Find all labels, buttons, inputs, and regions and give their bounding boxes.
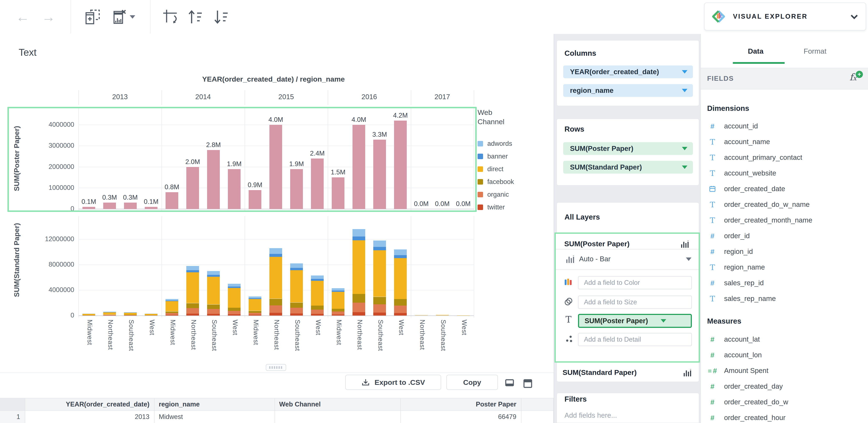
field-item-account-lon[interactable]: #account_lon — [701, 347, 868, 363]
stack-segment-facebook[interactable] — [207, 304, 220, 309]
column-pill-region[interactable]: region_name — [563, 84, 693, 97]
legend-item[interactable]: direct — [477, 163, 514, 175]
stack-segment-direct[interactable] — [249, 299, 261, 311]
stack-segment-direct[interactable] — [290, 270, 303, 303]
stack-segment-adwords[interactable] — [270, 248, 282, 254]
stack-segment-adwords[interactable] — [207, 271, 220, 275]
chevron-down-icon[interactable] — [682, 70, 687, 73]
table-row[interactable]: 12013Midwest66479 — [0, 411, 554, 423]
stack-segment-adwords[interactable] — [290, 263, 303, 268]
stack-segment-twitter[interactable] — [332, 315, 344, 316]
legend-item[interactable]: banner — [477, 150, 514, 163]
pivot-axes-icon[interactable] — [161, 8, 179, 26]
stack-segment-direct[interactable] — [436, 315, 449, 315]
stack-segment-facebook[interactable] — [124, 315, 137, 315]
stack-segment-organic[interactable] — [332, 312, 344, 315]
chevron-down-icon[interactable] — [682, 165, 687, 169]
stack-segment-organic[interactable] — [270, 305, 282, 313]
stack-segment-direct[interactable] — [103, 312, 116, 315]
stack-segment-direct[interactable] — [165, 301, 178, 311]
chevron-down-icon[interactable] — [686, 258, 691, 261]
stack-segment-banner[interactable] — [249, 298, 261, 299]
poster-bar[interactable] — [207, 150, 220, 209]
stack-segment-facebook[interactable] — [394, 299, 407, 305]
stack-segment-organic[interactable] — [228, 311, 241, 315]
stack-segment-direct[interactable] — [394, 258, 407, 299]
poster-bar[interactable] — [83, 207, 95, 209]
stack-segment-direct[interactable] — [270, 257, 282, 299]
field-item-order-created-month-name[interactable]: Torder_created_month_name — [701, 213, 868, 228]
stack-segment-twitter[interactable] — [373, 313, 386, 316]
stack-segment-organic[interactable] — [311, 310, 324, 314]
stack-segment-direct[interactable] — [145, 314, 157, 315]
poster-bar[interactable] — [186, 167, 199, 209]
sort-ascending-icon[interactable] — [186, 8, 204, 26]
stack-segment-adwords[interactable] — [352, 229, 365, 236]
stack-segment-organic[interactable] — [394, 305, 407, 313]
add-chart-icon[interactable] — [85, 9, 101, 25]
stack-segment-banner[interactable] — [124, 313, 137, 313]
field-item-order-created-do-w-name[interactable]: Torder_created_do_w_name — [701, 197, 868, 213]
stack-segment-organic[interactable] — [145, 315, 157, 316]
legend-item[interactable]: twitter — [477, 201, 514, 214]
stack-segment-banner[interactable] — [332, 291, 344, 292]
stack-segment-adwords[interactable] — [373, 240, 386, 247]
stack-segment-adwords[interactable] — [249, 296, 261, 298]
legend-item[interactable]: adwords — [477, 137, 514, 150]
size-shelf-input[interactable] — [578, 296, 692, 309]
stack-segment-facebook[interactable] — [165, 312, 178, 313]
stack-segment-organic[interactable] — [352, 303, 365, 312]
poster-bar[interactable] — [249, 190, 261, 209]
stack-segment-organic[interactable] — [124, 315, 137, 316]
field-item-amount-spent[interactable]: =#Amount Spent — [701, 363, 868, 379]
stack-segment-facebook[interactable] — [270, 299, 282, 305]
remove-chart-icon[interactable] — [112, 9, 128, 25]
stack-segment-facebook[interactable] — [290, 303, 303, 308]
back-arrow-icon[interactable]: ← — [16, 9, 29, 25]
chevron-down-icon[interactable] — [682, 89, 687, 92]
stack-segment-twitter[interactable] — [352, 312, 365, 316]
poster-bar[interactable] — [103, 203, 116, 209]
color-shelf-input[interactable] — [578, 276, 692, 289]
stack-segment-adwords[interactable] — [165, 299, 178, 300]
field-item-order-id[interactable]: #order_id — [701, 228, 868, 244]
field-item-account-id[interactable]: #account_id — [701, 118, 868, 134]
sort-descending-icon[interactable] — [212, 8, 230, 26]
poster-bar[interactable] — [311, 159, 324, 209]
column-pill-year[interactable]: YEAR(order_created_date) — [563, 65, 693, 78]
chevron-down-icon[interactable] — [661, 319, 666, 323]
poster-bar[interactable] — [290, 169, 303, 209]
tab-format[interactable]: Format — [804, 47, 827, 55]
stack-segment-banner[interactable] — [373, 247, 386, 250]
stack-segment-banner[interactable] — [103, 312, 116, 313]
field-item-region-name[interactable]: Tregion_name — [701, 259, 868, 275]
stack-segment-banner[interactable] — [394, 255, 407, 258]
field-item-order-created-hour[interactable]: #order_created_hour — [701, 410, 868, 423]
stack-segment-twitter[interactable] — [228, 314, 241, 316]
poster-bar[interactable] — [145, 207, 157, 209]
stack-segment-twitter[interactable] — [270, 313, 282, 316]
stack-segment-facebook[interactable] — [332, 309, 344, 312]
remove-chart-caret-icon[interactable] — [130, 15, 135, 19]
bar-chart-icon[interactable] — [680, 239, 689, 249]
stack-segment-direct[interactable] — [83, 314, 95, 315]
stack-segment-direct[interactable] — [373, 250, 386, 297]
visual-explorer-menu-button[interactable]: VISUAL EXPLORER — [704, 3, 866, 31]
copy-button[interactable]: Copy — [446, 375, 498, 390]
field-item-account-primary-contact[interactable]: Taccount_primary_contact — [701, 150, 868, 165]
stack-segment-twitter[interactable] — [103, 315, 116, 316]
stack-segment-adwords[interactable] — [145, 314, 157, 314]
bar-chart-icon[interactable] — [683, 368, 692, 377]
poster-bar[interactable] — [332, 177, 344, 209]
stack-segment-adwords[interactable] — [332, 288, 344, 291]
stack-segment-facebook[interactable] — [186, 303, 199, 308]
stack-segment-direct[interactable] — [352, 240, 365, 294]
row-pill-standard[interactable]: SUM(Standard Paper) — [563, 161, 693, 173]
stack-segment-banner[interactable] — [290, 268, 303, 270]
chart-text-annotation[interactable]: Text — [19, 46, 36, 58]
field-item-sales-rep-name[interactable]: Tsales_rep_name — [701, 291, 868, 306]
stack-segment-organic[interactable] — [290, 308, 303, 314]
stack-segment-banner[interactable] — [207, 275, 220, 277]
filters-placeholder[interactable]: Add fields here... — [564, 411, 617, 419]
stack-segment-twitter[interactable] — [311, 314, 324, 316]
